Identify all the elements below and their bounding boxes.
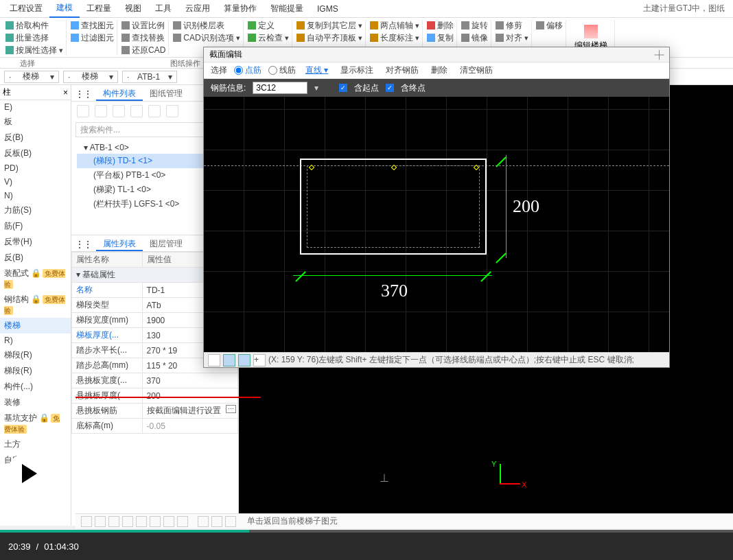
rebar-info-input[interactable] <box>253 82 307 94</box>
nav-item-stair[interactable]: 楼梯 <box>0 318 71 334</box>
ribbon-rotate[interactable]: 旋转 <box>461 20 488 31</box>
menu-icon[interactable]: ⋮⋮ <box>71 85 96 101</box>
up-icon[interactable] <box>148 105 161 117</box>
tab-layers[interactable]: 图层管理 <box>143 235 189 251</box>
radio[interactable] <box>268 66 277 75</box>
align-button[interactable]: 对齐钢筋 <box>383 64 421 77</box>
menu-item[interactable]: 建模 <box>49 0 80 18</box>
delete-icon[interactable] <box>113 105 125 117</box>
ribbon-trim[interactable]: 修剪 <box>496 20 528 31</box>
ribbon-pick[interactable]: 拾取构件 <box>5 20 63 31</box>
show-dim-button[interactable]: 显示标注 <box>338 64 376 77</box>
status-btn[interactable] <box>150 516 161 527</box>
nav-item[interactable]: 反(B) <box>0 250 71 266</box>
nav-item[interactable]: 构件(...) <box>0 379 71 395</box>
status-btn[interactable] <box>211 516 222 527</box>
ribbon-cloudcheck[interactable]: 云检查 ▾ <box>248 32 289 43</box>
ribbon-aligntop[interactable]: 自动平齐顶板 ▾ <box>296 32 362 43</box>
radio-line[interactable]: 线筋 <box>268 65 296 76</box>
ribbon-offset[interactable]: 偏移 <box>536 20 563 31</box>
status-btn[interactable] <box>136 516 147 527</box>
combo-type[interactable]: · 楼梯 ▾ <box>63 71 118 83</box>
nav-item[interactable]: 板 <box>0 114 71 130</box>
prop-value[interactable]: 370 <box>142 373 237 388</box>
combo-category[interactable]: · 楼梯 ▾ <box>4 71 59 83</box>
prop-value[interactable]: 200 <box>142 388 237 404</box>
ribbon-restore[interactable]: 还原CAD <box>121 45 165 56</box>
snap-button[interactable] <box>223 354 235 366</box>
nav-item[interactable]: 反带(H) <box>0 234 71 250</box>
menu-item[interactable]: 算量协作 <box>217 0 264 17</box>
ribbon-replace[interactable]: 查找替换 <box>121 32 165 43</box>
nav-item[interactable]: N) <box>0 189 71 202</box>
nav-item[interactable]: 筋(F) <box>0 218 71 234</box>
ellipsis-button[interactable]: ⋯ <box>226 405 236 413</box>
play-button[interactable] <box>7 453 48 494</box>
ribbon-align[interactable]: 对齐 ▾ <box>496 32 528 43</box>
nav-item[interactable]: R) <box>0 334 71 347</box>
ribbon-copylayer[interactable]: 复制到其它层 ▾ <box>296 20 362 31</box>
nav-item[interactable]: E) <box>0 100 71 114</box>
menu-item[interactable]: 云应用 <box>178 0 217 17</box>
radio-point[interactable]: 点筋 <box>234 65 261 76</box>
ribbon-cadopt[interactable]: CAD识别选项 ▾ <box>173 32 240 43</box>
menu-item[interactable]: 视图 <box>118 0 148 17</box>
nav-item[interactable]: 反板(B) <box>0 145 71 161</box>
snap-button[interactable] <box>238 354 251 366</box>
status-btn[interactable] <box>122 516 133 527</box>
prop-value[interactable]: -0.05 <box>142 419 237 434</box>
line-button[interactable]: 直线 ▾ <box>303 64 331 77</box>
combo-member[interactable]: · ATB-1 ▾ <box>122 71 177 83</box>
status-btn[interactable] <box>163 516 174 527</box>
status-btn[interactable] <box>108 516 119 527</box>
ribbon-delete[interactable]: 删除 <box>427 20 454 31</box>
ribbon-dimension[interactable]: 长度标注 ▾ <box>370 32 419 43</box>
delete-button[interactable]: 删除 <box>428 64 450 77</box>
checkbox[interactable]: ✓ <box>339 84 347 92</box>
section-canvas[interactable]: 370 200 <box>204 97 669 352</box>
status-btn[interactable] <box>95 516 106 527</box>
snap-button[interactable]: + <box>253 354 266 366</box>
ribbon-scale[interactable]: 设置比例 <box>121 20 165 31</box>
ribbon-auxaxis[interactable]: 两点辅轴 ▾ <box>370 20 419 31</box>
menu-item[interactable]: 智能提量 <box>264 0 310 17</box>
ribbon-copy[interactable]: 复制 <box>427 32 454 43</box>
ribbon-byprop[interactable]: 按属性选择 ▾ <box>5 45 63 56</box>
ribbon-floortable[interactable]: 识别楼层表 <box>173 20 240 31</box>
nav-item[interactable]: 装修 <box>0 395 71 410</box>
new-icon[interactable] <box>77 105 89 117</box>
nav-item[interactable]: 力筋(S) <box>0 202 71 218</box>
paste-icon[interactable] <box>130 105 143 117</box>
ribbon-find[interactable]: 查找图元 <box>71 20 114 31</box>
ribbon-batch[interactable]: 批量选择 <box>5 32 63 43</box>
snap-button[interactable] <box>208 354 220 366</box>
ribbon-mirror[interactable]: 镜像 <box>461 32 488 43</box>
status-btn[interactable] <box>81 516 92 527</box>
prop-value-editor[interactable]: 按截面编辑进行设置⋯ <box>142 404 237 419</box>
nav-item[interactable]: PD) <box>0 161 71 175</box>
copy-icon[interactable] <box>95 105 107 117</box>
menu-icon[interactable]: ⋮⋮ <box>71 235 96 251</box>
chevron-down-icon[interactable]: ▾ <box>314 83 318 93</box>
ribbon-define[interactable]: 定义 <box>248 20 289 31</box>
nav-item[interactable]: V) <box>0 175 71 189</box>
down-icon[interactable] <box>166 105 178 117</box>
menu-item[interactable]: 工具 <box>148 0 178 17</box>
menu-item[interactable]: 工程量 <box>80 0 118 17</box>
nav-item[interactable]: 基坑支护 🔒免费体验 <box>0 410 71 436</box>
tab-properties[interactable]: 属性列表 <box>96 235 143 251</box>
status-btn[interactable] <box>225 516 236 527</box>
checkbox[interactable]: ✓ <box>386 84 394 92</box>
close-icon[interactable]: × <box>63 88 68 97</box>
status-btn[interactable] <box>177 516 188 527</box>
nav-item[interactable]: 反(B) <box>0 130 71 145</box>
radio[interactable] <box>234 66 243 75</box>
menu-item[interactable]: 工程设置 <box>3 0 49 17</box>
menu-item[interactable]: IGMS <box>310 1 345 16</box>
status-btn[interactable] <box>198 516 209 527</box>
nav-item[interactable]: 装配式 🔒免费体验 <box>0 266 71 292</box>
nav-item[interactable]: 梯段(R) <box>0 363 71 379</box>
clear-button[interactable]: 清空钢筋 <box>457 64 496 77</box>
close-icon[interactable] <box>654 50 664 60</box>
tab-components[interactable]: 构件列表 <box>96 85 143 101</box>
